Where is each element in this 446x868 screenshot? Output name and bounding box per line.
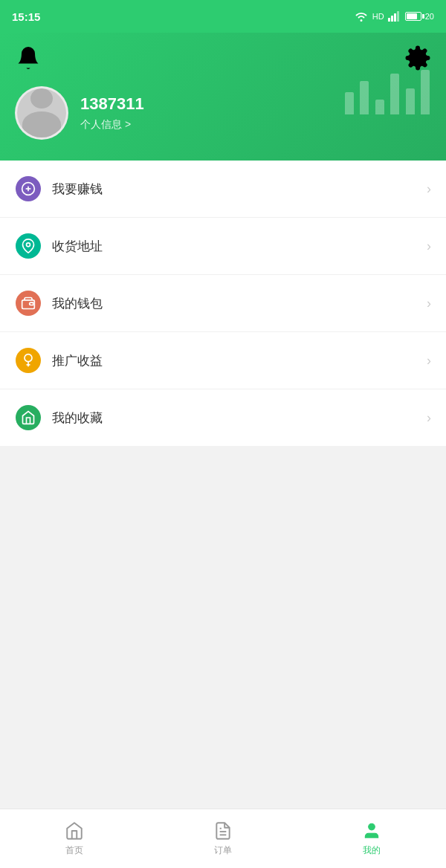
profile-link[interactable]: 个人信息 >	[80, 118, 144, 132]
menu-label-collect: 我的收藏	[52, 409, 427, 427]
nav-item-mine[interactable]: 我的	[297, 814, 446, 863]
menu-icon-address	[15, 233, 42, 259]
signal-icon	[387, 11, 401, 22]
svg-rect-2	[394, 13, 396, 22]
nav-label-home: 首页	[65, 844, 83, 857]
header-actions	[15, 45, 431, 71]
menu-icon-earn	[15, 175, 42, 202]
menu-icon-collect	[15, 404, 42, 431]
svg-rect-3	[397, 11, 399, 22]
svg-rect-0	[388, 18, 390, 22]
nav-item-orders[interactable]: 订单	[149, 814, 297, 863]
status-time: 15:15	[12, 10, 40, 23]
svg-point-13	[369, 823, 375, 830]
menu-chevron-earn: ›	[427, 181, 431, 197]
menu-chevron-collect: ›	[427, 410, 431, 426]
wifi-icon	[355, 11, 368, 22]
settings-button[interactable]	[404, 45, 431, 71]
gray-area	[0, 446, 446, 809]
menu-item-address[interactable]: 收货地址 ›	[0, 218, 446, 275]
menu-icon-promo	[15, 347, 42, 374]
menu-item-wallet[interactable]: 我的钱包 ›	[0, 275, 446, 332]
nav-icon-mine	[361, 820, 382, 841]
bg-pattern	[343, 70, 431, 114]
nav-icon-home	[64, 820, 85, 841]
menu-icon-wallet	[15, 290, 42, 317]
menu-item-promo[interactable]: 推广收益 ›	[0, 332, 446, 389]
menu-label-promo: 推广收益	[52, 352, 427, 369]
profile-header: 1387311 个人信息 >	[0, 33, 446, 161]
menu-chevron-wallet: ›	[427, 296, 431, 311]
menu-chevron-promo: ›	[427, 353, 431, 369]
svg-point-10	[25, 354, 32, 362]
username: 1387311	[80, 94, 144, 114]
nav-label-orders: 订单	[214, 844, 232, 857]
bell-icon	[15, 45, 42, 71]
menu-list: 我要赚钱 › 收货地址 › 我的钱包 › 推广收益 ›	[0, 161, 446, 446]
battery-level: 20	[425, 12, 434, 21]
notification-button[interactable]	[15, 45, 42, 71]
svg-rect-1	[391, 16, 393, 22]
menu-item-earn[interactable]: 我要赚钱 ›	[0, 161, 446, 218]
menu-label-wallet: 我的钱包	[52, 295, 427, 312]
status-bar: 15:15 HD 20	[0, 0, 446, 33]
status-icons: HD 20	[355, 11, 434, 22]
svg-point-8	[27, 243, 30, 247]
battery-icon	[405, 12, 421, 21]
signal-label: HD	[372, 12, 384, 21]
nav-icon-orders	[213, 820, 233, 841]
menu-chevron-address: ›	[427, 239, 431, 254]
nav-label-mine: 我的	[363, 844, 381, 857]
menu-label-address: 收货地址	[52, 238, 427, 255]
menu-label-earn: 我要赚钱	[52, 181, 427, 198]
bottom-nav: 首页 订单 我的	[0, 809, 446, 868]
menu-item-collect[interactable]: 我的收藏 ›	[0, 389, 446, 446]
gear-icon	[404, 45, 431, 71]
profile-info: 1387311 个人信息 >	[80, 94, 144, 132]
nav-item-home[interactable]: 首页	[0, 814, 149, 863]
avatar[interactable]	[15, 86, 68, 140]
